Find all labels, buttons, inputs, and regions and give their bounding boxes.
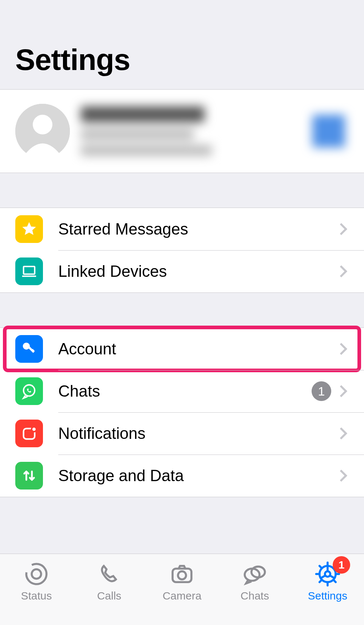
tab-label: Camera (163, 590, 202, 602)
svg-point-13 (178, 571, 186, 579)
tab-camera[interactable]: Camera (146, 554, 218, 625)
arrows-icon (15, 462, 43, 490)
key-icon (15, 335, 43, 363)
row-starred-messages[interactable]: Starred Messages (0, 208, 364, 250)
laptop-icon (15, 258, 43, 285)
row-storage-and-data[interactable]: Storage and Data (0, 455, 364, 497)
svg-rect-2 (24, 267, 35, 274)
row-label: Chats (58, 382, 312, 400)
row-label: Account (58, 340, 338, 358)
row-label: Linked Devices (58, 262, 338, 280)
tab-calls[interactable]: Calls (73, 554, 146, 625)
row-label: Starred Messages (58, 220, 338, 238)
settings-group-2: Account Chats 1 Notifications Storage an… (0, 327, 364, 497)
settings-group-1: Starred Messages Linked Devices (0, 208, 364, 293)
tab-badge: 1 (333, 556, 350, 574)
svg-point-9 (32, 427, 36, 432)
row-label: Notifications (58, 424, 338, 443)
chevron-right-icon (338, 262, 349, 280)
svg-rect-5 (28, 346, 35, 353)
profile-text-obscured (81, 106, 312, 156)
svg-point-1 (33, 115, 52, 134)
row-account[interactable]: Account (0, 328, 364, 370)
avatar (15, 104, 70, 158)
svg-line-28 (330, 575, 335, 578)
badge-count: 1 (312, 381, 331, 401)
chevron-right-icon (338, 424, 349, 443)
whatsapp-icon (15, 377, 43, 405)
svg-line-22 (320, 566, 322, 568)
profile-section (0, 89, 364, 173)
svg-line-27 (321, 575, 326, 578)
row-label: Storage and Data (58, 467, 338, 485)
row-notifications[interactable]: Notifications (0, 412, 364, 455)
page-title: Settings (15, 43, 130, 77)
tab-label: Settings (308, 590, 347, 602)
svg-line-24 (320, 580, 322, 582)
profile-row[interactable] (0, 90, 364, 173)
chevron-right-icon (338, 467, 349, 485)
tab-bar: Status Calls Camera Chats Settings 1 (0, 554, 364, 625)
tab-status[interactable]: Status (0, 554, 73, 625)
section-gap (0, 173, 364, 208)
svg-point-4 (23, 343, 30, 350)
qr-code-icon[interactable] (312, 115, 345, 148)
notification-icon (15, 420, 43, 447)
chevron-right-icon (338, 220, 349, 238)
tab-settings[interactable]: Settings 1 (291, 554, 364, 625)
tab-chats[interactable]: Chats (218, 554, 291, 625)
svg-line-23 (334, 580, 336, 582)
tab-label: Calls (97, 590, 122, 602)
section-gap (0, 293, 364, 327)
star-icon (15, 215, 43, 243)
chevron-right-icon (338, 340, 349, 358)
svg-point-10 (32, 569, 41, 579)
row-linked-devices[interactable]: Linked Devices (0, 250, 364, 292)
svg-point-7 (24, 385, 35, 396)
chevron-right-icon (338, 382, 349, 400)
svg-point-11 (23, 561, 50, 587)
tab-label: Status (21, 590, 52, 602)
row-chats[interactable]: Chats 1 (0, 370, 364, 412)
tab-label: Chats (241, 590, 269, 602)
page-header: Settings (0, 0, 364, 89)
